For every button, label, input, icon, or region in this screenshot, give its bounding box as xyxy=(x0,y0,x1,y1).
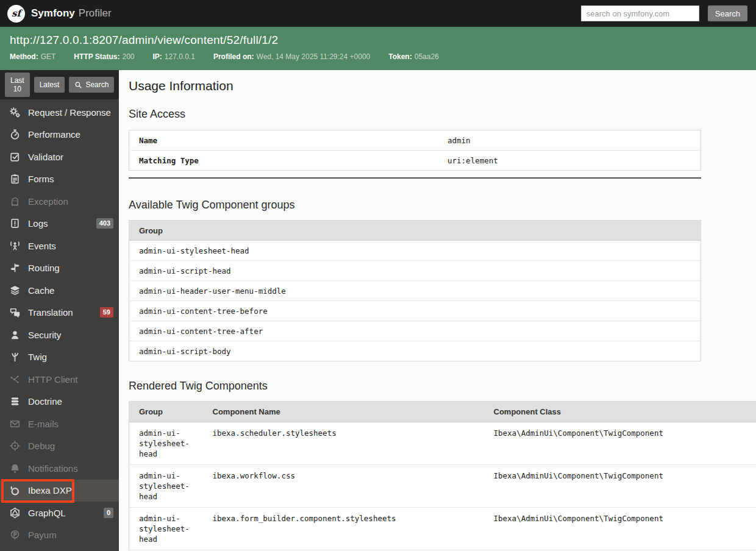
table-row: admin-ui-script-body xyxy=(129,341,701,361)
sidebar-item-performance[interactable]: Performance xyxy=(0,124,119,146)
symfony-search-button[interactable]: Search xyxy=(708,5,747,21)
symfony-logo-icon: sf xyxy=(7,5,25,23)
logs-count-badge: 403 xyxy=(96,218,113,229)
network-icon xyxy=(8,373,21,385)
sidebar-item-request-response[interactable]: Request / Response xyxy=(0,101,119,124)
search-button[interactable]: Search xyxy=(69,77,114,93)
sidebar-item-notifications: Notifications xyxy=(0,457,119,480)
envelope-icon xyxy=(8,418,21,430)
profiled-url: http://127.0.0.1:8207/admin/view/content… xyxy=(10,34,746,47)
table-row: Name admin xyxy=(129,130,701,151)
page-title: Usage Information xyxy=(129,79,756,93)
sidebar-item-graphql[interactable]: GraphQL 0 xyxy=(0,502,119,524)
sidebar-item-emails: E-mails xyxy=(0,413,119,435)
latest-button[interactable]: Latest xyxy=(34,77,65,93)
table-row: Matching Type uri:element xyxy=(129,151,701,171)
cell-group: admin-ui-stylesheet-head xyxy=(129,422,203,465)
stopwatch-icon xyxy=(8,129,21,141)
meta-token: Token:05aa26 xyxy=(388,52,439,61)
ibexa-logo-icon xyxy=(8,485,21,497)
table-row: admin-ui-content-tree-after xyxy=(129,321,701,341)
sidebar-item-forms[interactable]: Forms xyxy=(0,168,119,191)
component-groups-table: Group admin-ui-stylesheet-head admin-ui-… xyxy=(129,220,701,361)
plant-icon xyxy=(8,351,21,363)
section-divider xyxy=(129,177,701,179)
meta-ip: IP:127.0.0.1 xyxy=(152,52,194,61)
cell-group: admin-ui-stylesheet-head xyxy=(129,465,203,508)
site-access-heading: Site Access xyxy=(129,108,756,121)
broadcast-icon xyxy=(8,240,21,252)
meta-method: Method:GET xyxy=(10,52,55,61)
table-row: admin-ui-stylesheet-head ibexa.scheduler… xyxy=(129,422,756,465)
profile-meta-row: Method:GET HTTP Status:200 IP:127.0.0.1 … xyxy=(10,52,746,61)
sidebar-item-doctrine[interactable]: Doctrine xyxy=(0,391,119,413)
sidebar-item-payum: Payum xyxy=(0,524,119,547)
sidebar-item-twig[interactable]: Twig xyxy=(0,346,119,369)
table-row: admin-ui-script-head xyxy=(129,261,701,281)
profiler-sidebar: Last 10 Latest Search Request / Response… xyxy=(0,70,119,551)
table-row: admin-ui-content-tree-before xyxy=(129,301,701,321)
translation-count-badge: 59 xyxy=(100,307,113,318)
row-value: admin xyxy=(438,130,701,151)
cell-component-class: Ibexa\AdminUi\Component\TwigComponent xyxy=(484,422,756,465)
site-access-section: Site Access Name admin Matching Type uri… xyxy=(129,108,756,179)
sidebar-item-ibexa-dxp[interactable]: Ibexa DXP xyxy=(0,480,119,502)
search-icon xyxy=(74,81,82,89)
panel-content: Usage Information Site Access Name admin… xyxy=(119,70,756,551)
gears-icon xyxy=(8,106,21,118)
sidebar-item-security[interactable]: Security xyxy=(0,324,119,346)
sidebar-item-cache[interactable]: Cache xyxy=(0,279,119,302)
symfony-search-input[interactable] xyxy=(581,5,699,21)
sidebar-nav: Request / Response Performance Validator… xyxy=(0,99,119,546)
sidebar-item-translation[interactable]: Translation 59 xyxy=(0,302,119,324)
clipboard-icon xyxy=(8,173,21,185)
meta-http-status: HTTP Status:200 xyxy=(74,52,134,61)
profile-status-bar: http://127.0.0.1:8207/admin/view/content… xyxy=(0,27,756,70)
brand-suffix: Profiler xyxy=(79,7,112,20)
rendered-components-section: Rendered Twig Components Group Component… xyxy=(129,380,756,550)
circled-p-icon xyxy=(8,529,21,541)
sidebar-item-exception: Exception xyxy=(0,190,119,213)
top-header: sf Symfony Profiler Search xyxy=(0,0,756,27)
row-value: uri:element xyxy=(438,151,701,171)
column-header-component-class: Component Class xyxy=(484,402,756,422)
row-key: Matching Type xyxy=(129,151,438,171)
database-icon xyxy=(8,396,21,408)
cell-group: admin-ui-stylesheet-head xyxy=(129,508,203,550)
signpost-icon xyxy=(8,262,21,274)
graphql-count-badge: 0 xyxy=(104,508,113,518)
component-groups-section: Available Twig Component groups Group ad… xyxy=(129,199,756,361)
site-access-table: Name admin Matching Type uri:element xyxy=(129,130,701,171)
cell-component-class: Ibexa\AdminUi\Component\TwigComponent xyxy=(484,465,756,508)
sidebar-item-routing[interactable]: Routing xyxy=(0,257,119,280)
cell-component-name: ibexa.form_builder.component.stylesheets xyxy=(203,508,484,550)
column-header-group: Group xyxy=(129,402,203,422)
last-10-button[interactable]: Last 10 xyxy=(5,73,30,97)
sidebar-item-logs[interactable]: Logs 403 xyxy=(0,213,119,235)
graphql-icon xyxy=(8,507,21,519)
sidebar-item-http-client: HTTP Client xyxy=(0,368,119,391)
rendered-components-heading: Rendered Twig Components xyxy=(129,380,756,393)
column-header-component-name: Component Name xyxy=(203,402,484,422)
sidebar-controls: Last 10 Latest Search xyxy=(0,70,119,99)
table-row: admin-ui-stylesheet-head xyxy=(129,241,701,261)
layers-icon xyxy=(8,284,21,296)
column-header-group: Group xyxy=(129,221,701,241)
person-icon xyxy=(8,329,21,341)
bell-icon xyxy=(8,462,21,474)
sidebar-item-validator[interactable]: Validator xyxy=(0,146,119,168)
sidebar-item-debug: Debug xyxy=(0,435,119,458)
log-book-icon xyxy=(8,218,21,230)
rendered-components-table: Group Component Name Component Class adm… xyxy=(129,401,756,550)
meta-profiled-on: Profiled on:Wed, 14 May 2025 11:29:24 +0… xyxy=(213,52,370,61)
table-row: admin-ui-header-user-menu-middle xyxy=(129,281,701,301)
table-row: admin-ui-stylesheet-head ibexa.workflow.… xyxy=(129,465,756,508)
crosshair-icon xyxy=(8,440,21,452)
sidebar-item-events[interactable]: Events xyxy=(0,235,119,257)
speech-bubbles-icon xyxy=(8,307,21,319)
check-square-icon xyxy=(8,151,21,163)
cell-component-name: ibexa.workflow.css xyxy=(203,465,484,508)
component-groups-heading: Available Twig Component groups xyxy=(129,199,756,212)
row-key: Name xyxy=(129,130,438,151)
brand-name: Symfony xyxy=(31,7,75,20)
